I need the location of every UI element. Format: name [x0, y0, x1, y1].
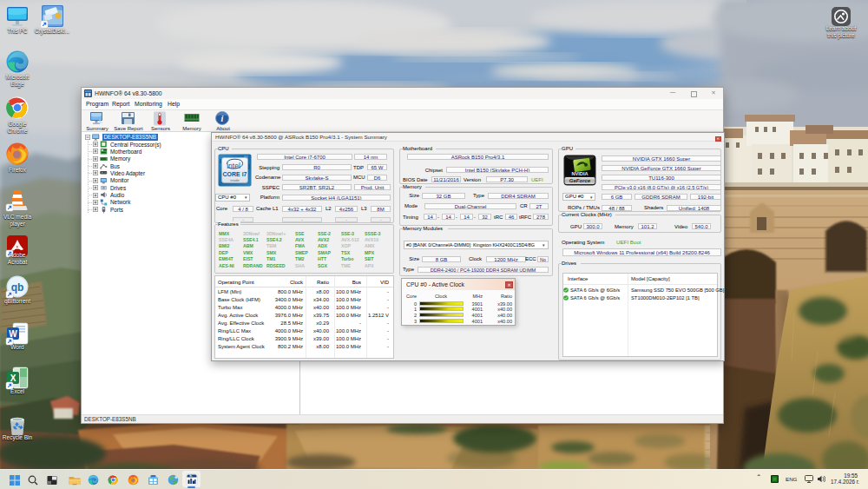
svg-text:GeForce: GeForce — [569, 178, 591, 183]
svg-text:X: X — [10, 373, 16, 383]
svg-text:inside: inside — [230, 178, 240, 182]
svg-text:NVIDIA: NVIDIA — [572, 171, 589, 176]
svg-text:CORE i7: CORE i7 — [222, 171, 247, 177]
svg-text:h.: h. — [189, 474, 192, 478]
svg-text:i: i — [221, 114, 224, 123]
svg-text:W: W — [9, 329, 17, 339]
